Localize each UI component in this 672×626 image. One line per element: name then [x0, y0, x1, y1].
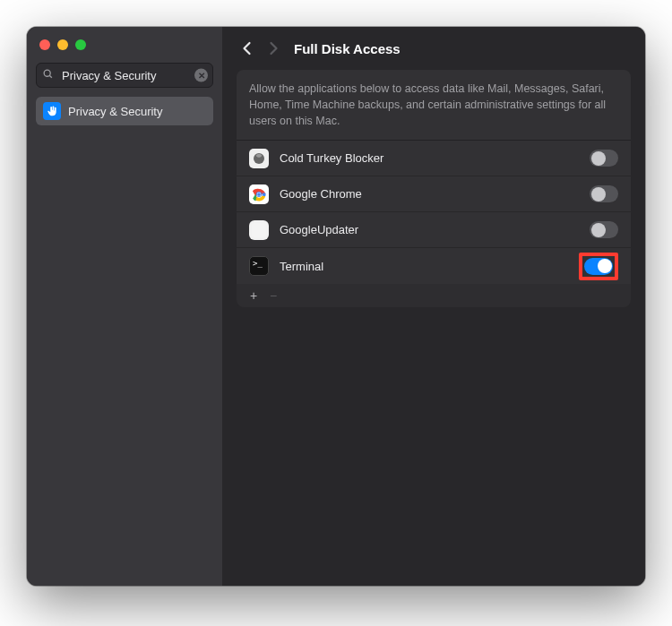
- back-button[interactable]: [237, 37, 256, 60]
- access-toggle[interactable]: [590, 150, 618, 167]
- svg-rect-8: [252, 223, 267, 238]
- close-window-button[interactable]: [39, 39, 50, 50]
- description-text: Allow the applications below to access d…: [237, 70, 631, 141]
- window-controls: [36, 36, 213, 63]
- list-footer: + −: [237, 284, 631, 307]
- app-row: GoogleUpdater: [237, 212, 631, 248]
- main-panel: Full Disk Access Allow the applications …: [222, 27, 645, 586]
- terminal-icon: >_: [249, 256, 269, 276]
- access-toggle[interactable]: [590, 221, 618, 238]
- app-name-label: Cold Turkey Blocker: [280, 151, 579, 165]
- app-row: Google Chrome: [237, 176, 631, 212]
- minimize-window-button[interactable]: [57, 39, 68, 50]
- titlebar: Full Disk Access: [222, 27, 645, 70]
- sidebar: ✕ Privacy & Security: [27, 27, 222, 586]
- app-list: Cold Turkey BlockerGoogle ChromeGoogleUp…: [237, 141, 631, 284]
- app-row: >_Terminal: [237, 248, 631, 284]
- hand-icon: [43, 102, 61, 120]
- app-name-label: Terminal: [280, 260, 568, 273]
- access-toggle[interactable]: [590, 185, 618, 202]
- zoom-window-button[interactable]: [75, 39, 86, 50]
- search-input[interactable]: [36, 63, 213, 88]
- clear-search-icon[interactable]: ✕: [194, 69, 208, 82]
- forward-button[interactable]: [263, 37, 283, 60]
- search-container: ✕: [36, 63, 213, 88]
- content-area: Allow the applications below to access d…: [222, 70, 645, 322]
- sidebar-item-label: Privacy & Security: [68, 105, 162, 118]
- app-row: Cold Turkey Blocker: [237, 141, 631, 176]
- page-title: Full Disk Access: [294, 41, 401, 56]
- add-app-button[interactable]: +: [244, 286, 263, 305]
- app-name-label: Google Chrome: [280, 187, 579, 201]
- svg-point-7: [257, 193, 261, 196]
- app-name-label: GoogleUpdater: [280, 223, 579, 236]
- chrome-icon: [249, 184, 269, 204]
- sidebar-item-privacy-security[interactable]: Privacy & Security: [36, 97, 213, 125]
- access-toggle[interactable]: [584, 258, 613, 275]
- highlight-box: [579, 253, 618, 280]
- updater-icon: [249, 220, 269, 240]
- remove-app-button[interactable]: −: [263, 286, 283, 305]
- blocker-icon: [249, 149, 269, 168]
- system-settings-window: ✕ Privacy & Security Full Disk Access Al…: [27, 27, 645, 586]
